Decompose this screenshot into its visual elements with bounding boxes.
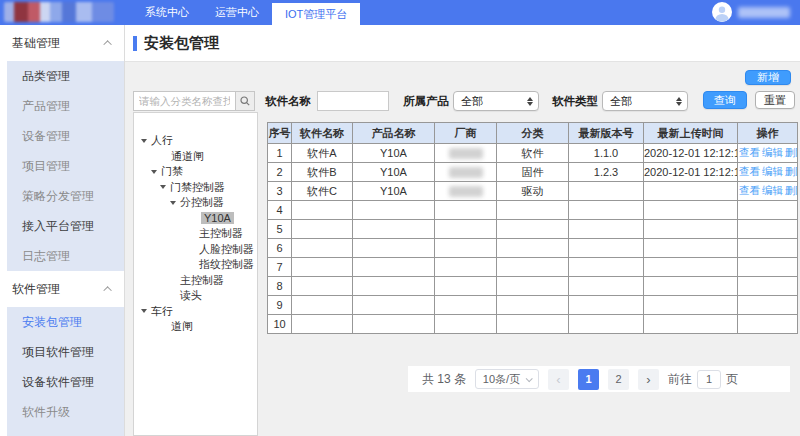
cell-actions [738,315,798,334]
action-link[interactable]: 编辑 [762,184,783,196]
cell-index: 8 [268,277,292,296]
sidebar-group-header[interactable]: 基础管理 [0,25,124,61]
tree-node[interactable]: 指纹控制器 [134,257,257,273]
product-select[interactable]: 全部 [453,91,539,111]
cell-index: 1 [268,144,292,163]
cell-name [292,315,353,334]
tree-node[interactable]: 读头 [134,288,257,304]
sidebar-item[interactable]: 软件升级 [7,397,124,427]
action-link[interactable]: 编辑 [762,146,783,158]
cell-actions [738,277,798,296]
column-header: 最新版本号 [569,123,644,144]
cell-vendor [435,296,497,315]
tree-node-label: 道闸 [171,319,193,334]
caret-down-icon[interactable] [151,170,157,174]
action-link[interactable]: 删除 [785,146,798,158]
sidebar-item[interactable]: 策略分发管理 [7,181,124,211]
caret-down-icon[interactable] [160,185,166,189]
cell-vendor [435,277,497,296]
vendor-redacted [449,148,483,159]
sidebar-item[interactable]: 接入平台管理 [7,211,124,241]
page-size-select[interactable]: 10条/页 [475,369,539,389]
software-name-input[interactable] [317,91,389,111]
navbar-tab[interactable]: IOT管理平台 [272,3,360,25]
cell-product: Y10A [353,144,435,163]
prev-page-button[interactable]: ‹ [548,369,569,390]
sidebar-item[interactable]: 安装包管理 [7,307,124,337]
sidebar-group-label: 基础管理 [12,35,60,52]
navbar-tab[interactable]: 运营中心 [202,0,272,25]
software-type-select[interactable]: 全部 [602,91,688,111]
action-link[interactable]: 查看 [739,146,760,158]
table-row: 3软件CY10A驱动查看编辑删除 [268,182,798,201]
tree-node[interactable]: 主控制器 [134,273,257,289]
table-row: 7 [268,258,798,277]
cell-uploaded [644,277,738,296]
cell-product [353,277,435,296]
search-button[interactable]: 查询 [703,91,747,109]
product-label: 所属产品 [403,93,449,110]
tree-node[interactable]: 人脸控制器 [134,242,257,258]
content-area: 软件名称 所属产品 全部 软件类型 全部 查询 重置 新增 人行通道闸门禁门禁控… [125,62,800,436]
cell-vendor [435,220,497,239]
avatar-icon[interactable] [712,2,732,22]
tree-node[interactable]: 通道闸 [134,149,257,165]
sidebar-group-header[interactable]: 软件管理 [0,271,124,307]
cell-product: Y10A [353,182,435,201]
goto-page-input[interactable] [697,370,721,389]
table-wrap: 序号软件名称产品名称厂商分类最新版本号最新上传时间操作 1软件AY10A软件1.… [267,122,798,334]
navbar-tab[interactable]: 系统中心 [132,0,202,25]
tree-node[interactable]: 门禁控制器 [134,180,257,196]
column-header: 序号 [268,123,292,144]
select-stepper-icon [527,97,533,106]
tree-node[interactable]: 人行 [134,133,257,149]
sidebar-item[interactable]: 项目管理 [7,151,124,181]
tree-search-button[interactable] [235,92,254,110]
caret-down-icon[interactable] [141,139,147,143]
table-row: 6 [268,239,798,258]
table-row: 9 [268,296,798,315]
cell-uploaded [644,239,738,258]
add-button[interactable]: 新增 [745,70,791,85]
user-area[interactable] [712,2,790,22]
tree-node[interactable]: 道闸 [134,319,257,335]
tree-node-label: 主控制器 [199,226,243,241]
tree-node[interactable]: 主控制器 [134,226,257,242]
page-size-value: 10条/页 [483,372,520,387]
action-link[interactable]: 删除 [785,165,798,177]
action-link[interactable]: 查看 [739,184,760,196]
page-number-button[interactable]: 1 [578,369,599,390]
action-link[interactable]: 查看 [739,165,760,177]
sidebar-item[interactable]: 产品管理 [7,91,124,121]
tree-node[interactable]: 门禁 [134,164,257,180]
next-page-button[interactable]: › [638,369,659,390]
sidebar-item[interactable]: 日志管理 [7,241,124,271]
sidebar-item[interactable]: 品类管理 [7,61,124,91]
cell-category [497,277,569,296]
cell-uploaded [644,220,738,239]
tree-node[interactable]: 分控制器 [134,195,257,211]
cell-vendor [435,144,497,163]
cell-name: 软件B [292,163,353,182]
page-number-button[interactable]: 2 [608,369,629,390]
cell-actions: 查看编辑删除 [738,163,798,182]
software-type-label: 软件类型 [552,93,598,110]
sidebar: 基础管理品类管理产品管理设备管理项目管理策略分发管理接入平台管理日志管理软件管理… [0,25,125,436]
table-row: 4 [268,201,798,220]
sidebar-item[interactable]: 设备软件管理 [7,367,124,397]
tree-search-input[interactable] [134,92,235,110]
cell-name: 软件A [292,144,353,163]
cell-actions [738,220,798,239]
action-link[interactable]: 编辑 [762,165,783,177]
sidebar-item[interactable]: 项目软件管理 [7,337,124,367]
select-stepper-icon [676,97,682,106]
tree-node[interactable]: 车行 [134,304,257,320]
tree-node[interactable]: Y10A [134,211,257,227]
action-link[interactable]: 删除 [785,184,798,196]
reset-button[interactable]: 重置 [755,91,795,109]
caret-down-icon[interactable] [141,309,147,313]
caret-down-icon[interactable] [170,201,176,205]
cell-version [569,182,644,201]
cell-name [292,239,353,258]
sidebar-item[interactable]: 设备管理 [7,121,124,151]
